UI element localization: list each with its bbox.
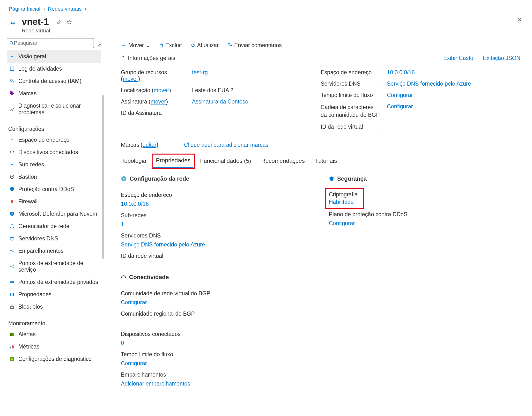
close-icon[interactable]: ✕	[517, 16, 522, 24]
conn-flow-value[interactable]: Configurar	[121, 360, 147, 367]
pin-icon[interactable]	[56, 19, 62, 25]
breadcrumb-vnets[interactable]: Redes virtuais	[48, 6, 82, 12]
conn-bgp-vnet-label: Comunidade de rede virtual do BGP	[121, 290, 305, 297]
breadcrumb-home[interactable]: Página Inicial	[9, 6, 40, 12]
move-rg-link[interactable]: mover	[123, 76, 138, 82]
sidebar-item-network-manager[interactable]: Gerenciador de rede	[7, 220, 101, 232]
move-button[interactable]: → Mover ⌄	[121, 42, 150, 48]
tab-capabilities[interactable]: Funcionalidades (5)	[200, 155, 252, 168]
show-cost-link[interactable]: Exibir Custo	[443, 55, 473, 61]
ess-subid-label: ID da Assinatura	[121, 110, 186, 116]
sidebar-item-peerings[interactable]: Emparelhamentos	[7, 245, 101, 257]
tab-bar: Topologia Propriedades Funcionalidades (…	[121, 154, 520, 168]
network-config-card: Configuração da rede Espaço de endereço …	[121, 175, 305, 389]
svg-point-7	[11, 92, 11, 93]
ess-flow-value[interactable]: Configurar	[387, 92, 520, 98]
cmd-label: Mover	[128, 42, 144, 48]
sidebar-item-activity-log[interactable]: Log de atividades	[7, 63, 101, 75]
tab-properties[interactable]: Propriedades	[153, 155, 193, 168]
address-space-icon	[9, 137, 15, 143]
sidebar-item-label: Emparelhamentos	[18, 248, 64, 254]
sidebar-item-label: Pontos de extremidade de serviço	[18, 260, 99, 273]
collapse-sidebar-icon[interactable]: «	[98, 42, 101, 48]
essentials: Grupo de recursos (mover) : test-rg Loca…	[121, 67, 520, 133]
json-view-link[interactable]: Exibição JSON	[483, 55, 520, 61]
sidebar-item-properties[interactable]: Propriedades	[7, 288, 101, 301]
sidebar-item-firewall[interactable]: Firewall	[7, 195, 101, 208]
netcfg-addr-label: Espaço de endereço	[121, 192, 305, 198]
netcfg-addr-value[interactable]: 10.0.0.0/16	[121, 201, 149, 207]
essentials-toggle[interactable]: ⌃ Informações gerais	[121, 55, 175, 67]
iam-icon	[9, 78, 15, 84]
delete-button[interactable]: Excluir	[159, 42, 182, 48]
sidebar-item-diagnostic-settings[interactable]: Configurações de diagnóstico	[7, 353, 101, 365]
svg-rect-34	[13, 346, 14, 348]
ess-sub-value[interactable]: Assinatura da Contoso	[192, 98, 321, 105]
sidebar-item-private-endpoints[interactable]: Pontos de extremidade privados	[7, 276, 101, 288]
netcfg-dns-value[interactable]: Serviço DNS fornecido pelo Azure	[121, 241, 205, 248]
security-ddos-value[interactable]: Configurar	[329, 220, 355, 226]
connectivity-icon	[121, 274, 126, 280]
svg-point-27	[12, 295, 13, 296]
svg-point-41	[121, 277, 122, 278]
svg-point-10	[14, 152, 15, 153]
sidebar-item-iam[interactable]: Controle de acesso (IAM)	[7, 75, 101, 87]
sidebar-item-diagnose[interactable]: Diagnosticar e solucionar problemas	[7, 100, 101, 118]
peerings-icon	[9, 248, 15, 254]
sidebar-item-defender[interactable]: Microsoft Defender para Nuvem	[7, 208, 101, 220]
ess-bgp-value[interactable]: Configurar	[387, 103, 520, 110]
ess-addr-value[interactable]: 10.0.0.0/16	[387, 69, 520, 76]
tags-row: Marcas (editar) : Clique aqui para adici…	[121, 133, 520, 154]
sidebar-item-bastion[interactable]: Bastion	[7, 171, 101, 183]
feedback-button[interactable]: Enviar comentários	[227, 42, 282, 48]
sidebar-item-label: Espaço de endereço	[18, 137, 69, 143]
svg-point-19	[13, 267, 14, 268]
sidebar-item-tags[interactable]: Marcas	[7, 87, 101, 100]
sidebar-item-subnets[interactable]: Sub-redes	[7, 158, 101, 171]
svg-rect-35	[10, 357, 14, 361]
add-tags-link[interactable]: Clique aqui para adicionar marcas	[184, 142, 268, 148]
security-crypto-label: Criptografia	[329, 191, 358, 198]
tab-recommendations[interactable]: Recomendações	[261, 155, 305, 168]
scrollbar-thumb[interactable]	[102, 95, 104, 259]
shield-icon	[9, 186, 15, 192]
sidebar-item-overview[interactable]: Visão geral	[7, 50, 101, 63]
defender-icon	[9, 211, 15, 217]
search-input-wrap[interactable]	[7, 38, 94, 48]
netcfg-subnets-value[interactable]: 1	[121, 221, 124, 227]
tab-topology[interactable]: Topologia	[121, 155, 147, 168]
diagnostic-icon	[9, 356, 15, 362]
sidebar-item-service-endpoints[interactable]: Pontos de extremidade de serviço	[7, 257, 101, 276]
conn-devices-value[interactable]: 0	[121, 340, 124, 346]
ess-dns-value[interactable]: Serviço DNS fornecido pelo Azure	[387, 80, 520, 87]
more-icon[interactable]: ···	[76, 19, 83, 25]
conn-bgp-vnet-value[interactable]: Configurar	[121, 299, 147, 305]
refresh-button[interactable]: Atualizar	[191, 42, 218, 48]
sidebar-item-address-space[interactable]: Espaço de endereço	[7, 134, 101, 146]
star-icon[interactable]	[66, 19, 73, 25]
dns-icon	[9, 236, 15, 241]
ess-rg-value[interactable]: test-rg	[192, 69, 321, 76]
encryption-highlight: Criptografia Habilitada	[326, 189, 362, 207]
sidebar-item-dns-servers[interactable]: Servidores DNS	[7, 232, 101, 245]
sidebar-item-alerts[interactable]: Alertas	[7, 328, 101, 340]
svg-point-42	[125, 277, 126, 278]
svg-point-39	[124, 177, 125, 178]
search-input[interactable]	[14, 40, 91, 46]
tab-tutorials[interactable]: Tutoriais	[314, 155, 337, 168]
sidebar-item-metrics[interactable]: Métricas	[7, 340, 101, 353]
move-sub-link[interactable]: mover	[151, 98, 166, 105]
svg-line-1	[12, 44, 14, 45]
security-crypto-value[interactable]: Habilitada	[329, 199, 353, 205]
edit-tags-link[interactable]: editar	[142, 142, 156, 148]
title-block: vnet-1 ··· Rede virtual	[22, 17, 83, 34]
sidebar-item-label: Log de atividades	[18, 66, 62, 72]
move-location-link[interactable]: mover	[154, 87, 169, 93]
sidebar-item-locks[interactable]: Bloqueios	[7, 301, 101, 313]
svg-point-18	[13, 265, 14, 266]
ess-location-label: Localização (mover)	[121, 87, 186, 94]
conn-add-peerings-link[interactable]: Adicionar emparelhamentos	[121, 380, 190, 387]
sidebar-item-connected-devices[interactable]: Dispositivos conectados	[7, 146, 101, 158]
sidebar-item-ddos[interactable]: Proteção contra DDoS	[7, 183, 101, 195]
security-card: Segurança Criptografia Habilitada Plano …	[329, 175, 513, 389]
